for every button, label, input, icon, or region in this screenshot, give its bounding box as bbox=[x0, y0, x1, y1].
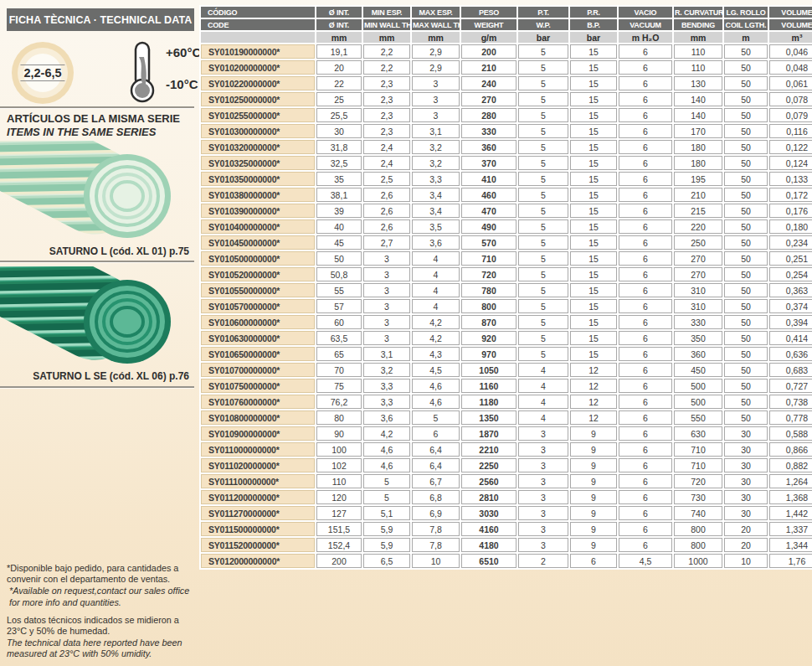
value-cell: 6 bbox=[619, 315, 672, 329]
value-cell: 2,2 bbox=[363, 44, 410, 59]
table-row: SY010500000000*50347105156270500,251 bbox=[201, 251, 812, 266]
value-cell: 6 bbox=[412, 426, 460, 441]
value-cell: 110 bbox=[674, 44, 722, 59]
product-code-cell: SY010390000000* bbox=[201, 204, 315, 218]
value-cell: 70 bbox=[316, 363, 362, 377]
value-cell: 9 bbox=[570, 442, 617, 457]
header-cell: Ø INT. bbox=[316, 7, 362, 18]
header-cell: VOLUME bbox=[769, 19, 812, 30]
value-cell: 1350 bbox=[461, 410, 516, 425]
value-cell: 75 bbox=[316, 379, 362, 393]
value-cell: 3,1 bbox=[412, 124, 460, 138]
table-row: SY012000000000*2006,5106510264,51000101,… bbox=[201, 554, 812, 568]
value-cell: 50 bbox=[724, 283, 768, 297]
value-cell: 0,046 bbox=[769, 44, 812, 59]
header-cell: WEIGHT bbox=[461, 19, 516, 30]
value-cell: 710 bbox=[674, 442, 722, 457]
value-cell: 3,5 bbox=[412, 219, 460, 234]
value-cell: 710 bbox=[674, 458, 722, 472]
table-row: SY011270000000*1275,16,93030396740301,44… bbox=[201, 506, 812, 520]
header-cell: MAX WALL TH. bbox=[412, 19, 460, 30]
value-cell: 920 bbox=[461, 331, 516, 345]
value-cell: 6 bbox=[619, 299, 672, 313]
value-cell: 9 bbox=[570, 538, 617, 552]
table-row: SY011100000000*11056,72560396720301,264 bbox=[201, 474, 812, 488]
units-row: mmmmmmg/mbarbarm H₂Ommmm³ bbox=[201, 32, 812, 43]
value-cell: 5,9 bbox=[363, 538, 410, 552]
temperature-range: +60°C -10°C bbox=[127, 39, 211, 106]
table-row: SY010450000000*452,73,65705156250500,234 bbox=[201, 235, 812, 250]
value-cell: 3,2 bbox=[412, 140, 460, 154]
table-row: SY011500000000*151,55,97,84160396800201,… bbox=[201, 522, 812, 536]
value-cell: 0,122 bbox=[769, 140, 812, 154]
table-row: SY011000000000*1004,66,42210396710300,86… bbox=[201, 442, 812, 457]
header-cell: COIL LGTH. bbox=[724, 19, 768, 30]
value-cell: 2,3 bbox=[363, 92, 410, 106]
value-cell: 4,5 bbox=[412, 363, 460, 377]
value-cell: 500 bbox=[674, 379, 722, 393]
value-cell: 800 bbox=[674, 522, 722, 536]
header-cell: P.R. bbox=[570, 7, 617, 18]
header-cell: LG. ROLLO bbox=[724, 7, 768, 18]
value-cell: 15 bbox=[570, 299, 617, 313]
value-cell: 6 bbox=[570, 554, 617, 568]
value-cell: 5,9 bbox=[363, 522, 410, 536]
value-cell: 15 bbox=[570, 251, 617, 266]
value-cell: 5 bbox=[518, 60, 568, 75]
value-cell: 3,4 bbox=[412, 204, 460, 218]
value-cell: 45 bbox=[316, 235, 362, 250]
value-cell: 4 bbox=[518, 395, 568, 409]
value-cell: 3 bbox=[363, 283, 410, 297]
value-cell: 3 bbox=[412, 108, 460, 122]
product-code-cell: SY010630000000* bbox=[201, 331, 315, 345]
value-cell: 3 bbox=[412, 92, 460, 106]
value-cell: 50 bbox=[724, 315, 768, 329]
product-code-cell: SY010600000000* bbox=[201, 315, 315, 329]
value-cell: 5 bbox=[518, 92, 568, 106]
value-cell: 0,588 bbox=[769, 426, 812, 441]
value-cell: 15 bbox=[570, 283, 617, 297]
value-cell: 120 bbox=[316, 490, 362, 504]
header-cell: W.P. bbox=[518, 19, 568, 30]
divider bbox=[0, 106, 194, 108]
value-cell: 0,116 bbox=[769, 124, 812, 138]
product-code-cell: SY010380000000* bbox=[201, 188, 315, 202]
header-cell: BENDING bbox=[674, 19, 722, 30]
value-cell: 50 bbox=[724, 156, 768, 170]
value-cell: 100 bbox=[316, 442, 362, 457]
value-cell: 4,6 bbox=[412, 379, 460, 393]
value-cell: 2,7 bbox=[363, 235, 410, 250]
value-cell: 6 bbox=[619, 188, 672, 202]
value-cell: 0,061 bbox=[769, 76, 812, 90]
value-cell: 5 bbox=[518, 299, 568, 313]
value-cell: 20 bbox=[316, 60, 362, 75]
value-cell: 220 bbox=[674, 219, 722, 234]
value-cell: 350 bbox=[674, 331, 722, 345]
value-cell: 15 bbox=[570, 76, 617, 90]
value-cell: 6 bbox=[619, 522, 672, 536]
value-cell: 6 bbox=[619, 363, 672, 377]
value-cell: 3 bbox=[363, 315, 410, 329]
value-cell: 0,727 bbox=[769, 379, 812, 393]
value-cell: 180 bbox=[674, 140, 722, 154]
value-cell: 10 bbox=[412, 554, 460, 568]
value-cell: 4,6 bbox=[363, 442, 410, 457]
table-row: SY010380000000*38,12,63,44605156210500,1… bbox=[201, 188, 812, 202]
value-cell: 30 bbox=[316, 124, 362, 138]
value-cell: 50 bbox=[724, 267, 768, 281]
value-cell: 0,254 bbox=[769, 267, 812, 281]
value-cell: 1160 bbox=[461, 379, 516, 393]
value-cell: 39 bbox=[316, 204, 362, 218]
product-code-cell: SY010650000000* bbox=[201, 347, 315, 361]
value-cell: 6 bbox=[619, 538, 672, 552]
value-cell: 50 bbox=[724, 44, 768, 59]
value-cell: 15 bbox=[570, 347, 617, 361]
header-cell: MIN WALL TH. bbox=[363, 19, 410, 30]
value-cell: 2810 bbox=[461, 490, 516, 504]
product-code-cell: SY010320000000* bbox=[201, 140, 315, 154]
value-cell: 9 bbox=[570, 474, 617, 488]
value-cell: 15 bbox=[570, 188, 617, 202]
header-row-es: CÓDIGOØ INT.MIN ESP.MAX ESP.PESOP.T.P.R.… bbox=[201, 7, 812, 18]
value-cell: 50 bbox=[724, 188, 768, 202]
value-cell: 25,5 bbox=[316, 108, 362, 122]
